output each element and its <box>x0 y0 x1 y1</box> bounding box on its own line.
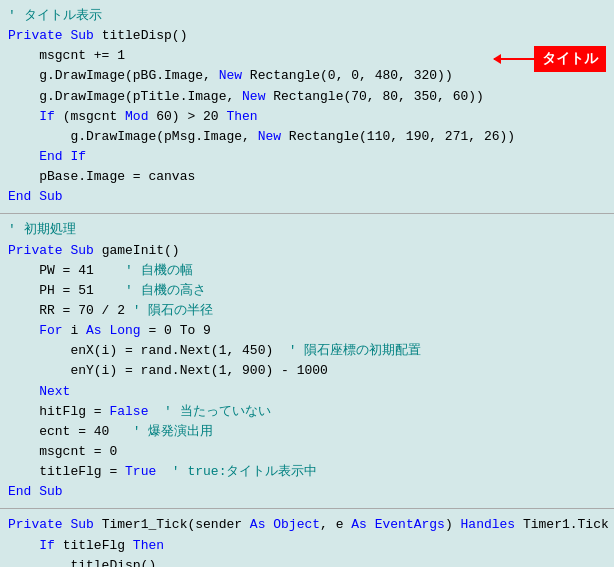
section-1: ' タイトル表示 Private Sub titleDisp() msgcnt … <box>0 0 614 214</box>
line-s2l10: hitFlg = False ' 当たっていない <box>8 402 606 422</box>
line-s3l1: Private Sub Timer1_Tick(sender As Object… <box>8 515 606 535</box>
line-s2l12: msgcnt = 0 <box>8 442 606 462</box>
line-s2l1: ' 初期処理 <box>8 220 606 240</box>
line-s2l4: PH = 51 ' 自機の高さ <box>8 281 606 301</box>
section-2: ' 初期処理 Private Sub gameInit() PW = 41 ' … <box>0 214 614 509</box>
line-s3l2: If titleFlg Then <box>8 536 606 556</box>
line-s2l14: End Sub <box>8 482 606 502</box>
line-s2l6: For i As Long = 0 To 9 <box>8 321 606 341</box>
annotation-arrow <box>494 58 534 60</box>
line-s1l5: g.DrawImage(pTitle.Image, New Rectangle(… <box>8 87 606 107</box>
line-s1l6: If (msgcnt Mod 60) > 20 Then <box>8 107 606 127</box>
line-s2l13: titleFlg = True ' true:タイトル表示中 <box>8 462 606 482</box>
line-s2l11: ecnt = 40 ' 爆発演出用 <box>8 422 606 442</box>
line-s1l1: ' タイトル表示 <box>8 6 606 26</box>
line-s1l2: Private Sub titleDisp() <box>8 26 606 46</box>
annotation-label: タイトル <box>534 46 606 72</box>
line-s3l3: titleDisp() <box>8 556 606 567</box>
line-s2l2: Private Sub gameInit() <box>8 241 606 261</box>
section-3: Private Sub Timer1_Tick(sender As Object… <box>0 509 614 567</box>
line-s2l3: PW = 41 ' 自機の幅 <box>8 261 606 281</box>
annotation: タイトル <box>494 46 606 72</box>
line-s1l8: End If <box>8 147 606 167</box>
line-s1l7: g.DrawImage(pMsg.Image, New Rectangle(11… <box>8 127 606 147</box>
line-s2l9: Next <box>8 382 606 402</box>
line-s2l7: enX(i) = rand.Next(1, 450) ' 隕石座標の初期配置 <box>8 341 606 361</box>
line-s2l5: RR = 70 / 2 ' 隕石の半径 <box>8 301 606 321</box>
line-s1l9: pBase.Image = canvas <box>8 167 606 187</box>
line-s1l10: End Sub <box>8 187 606 207</box>
code-container: ' タイトル表示 Private Sub titleDisp() msgcnt … <box>0 0 614 567</box>
line-s2l8: enY(i) = rand.Next(1, 900) - 1000 <box>8 361 606 381</box>
